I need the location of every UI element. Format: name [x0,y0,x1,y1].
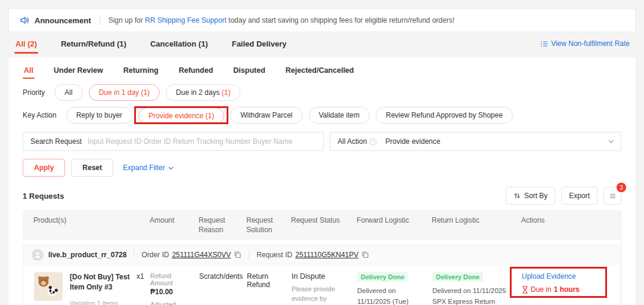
view-non-fulfilment-rate-link[interactable]: View Non-fulfilment Rate [540,39,630,48]
return-carrier: SPX Express Return Dropoff [432,297,516,305]
request-group: live.b_product_rr_0728 Order ID 251111G4… [23,245,621,305]
subtab-refunded[interactable]: Refunded [178,60,215,81]
key-action-reply-pill[interactable]: Reply to buyer [66,107,132,124]
view-rate-label: View Non-fulfilment Rate [551,39,630,48]
content-card: All Under Review Returning Refunded Disp… [8,57,636,305]
col-return-logistic: Return Logistic [432,215,521,235]
tab-return-refund[interactable]: Return/Refund (1) [60,33,128,54]
svg-text:?: ? [372,139,374,144]
pill-count: (1) [222,88,231,97]
sort-icon [513,192,521,199]
buyer-username[interactable]: live.b_product_rr_0728 [48,251,126,259]
amount-cell: Refund Amount ₱10.00 Adjusted Amount - ? [150,272,199,305]
sort-by-button[interactable]: Sort By [506,187,555,205]
col-request-solution: Request Solution [246,215,291,235]
reset-button[interactable]: Reset [71,159,113,177]
upload-evidence-link[interactable]: Upload Evidence [522,272,614,281]
subtab-under-review[interactable]: Under Review [52,60,104,81]
pill-count: (1) [205,112,214,120]
request-id-link[interactable]: 2511110G5KN41PV [295,251,358,259]
forward-logistic-cell: Delivery Done Delivered on 11/11/2025 (T… [357,272,432,305]
request-solution-cell: Return Refund [247,272,292,305]
provide-evidence-annotation-wrap: Provide evidence (1) [138,110,224,121]
announcement-text-after: today and start saving on shipping fees … [227,16,454,24]
returns-management-page: Announcement Sign up for RR Shipping Fee… [0,0,644,305]
copy-order-id-icon[interactable] [234,251,242,258]
col-products: Product(s) [23,215,150,235]
status-note: Please provide evidence by 11/12/2025. [292,285,351,305]
export-button[interactable]: Export [561,187,597,205]
toolbar-right: Sort By Export 3 [506,187,621,205]
request-row: [Do Not Buy] Test Item Only #3 x1 Variat… [23,264,620,305]
pill-label: Due in 2 days [176,88,222,97]
product-cell: [Do Not Buy] Test Item Only #3 x1 Variat… [23,272,150,305]
question-circle-icon: ? [369,138,377,146]
key-action-label: Key Action [23,111,57,119]
col-request-status: Request Status [291,215,357,235]
pill-label: Due in 1 day [99,88,141,97]
sort-by-label: Sort By [524,192,547,200]
pill-label: Provide evidence [148,112,205,120]
forward-delivered-date: Delivered on 11/11/2025 (Tue) [357,286,426,305]
tab-all[interactable]: All (2) [14,33,38,54]
forward-delivery-status-badge: Delivery Done [357,272,408,282]
copy-request-id-icon[interactable] [361,251,369,258]
list-icon [540,40,548,48]
all-action-select[interactable]: All Action ? Provide evidence [330,132,621,151]
expand-filter-label: Expand Filter [123,164,165,172]
priority-due-1-day-pill[interactable]: Due in 1 day (1) [89,84,160,101]
tab-cancellation[interactable]: Cancellation (1) [149,33,209,54]
table-header-row: Product(s) Amount Request Reason Request… [23,210,621,240]
return-delivered-date: Delivered on 11/11/2025 [432,286,516,296]
col-amount: Amount [150,215,199,235]
subtab-returning[interactable]: Returning [122,60,160,81]
request-status-cell: In Dispute Please provide evidence by 11… [292,272,357,305]
shipping-fee-support-link[interactable]: RR Shipping Fee Support [145,16,227,24]
status-value: In Dispute [292,272,351,281]
due-value: 1 hours [554,285,580,294]
status-tab-bar: All Under Review Returning Refunded Disp… [8,60,636,81]
key-action-provide-evidence-pill[interactable]: Provide evidence (1) [138,107,224,124]
key-action-review-refund-pill[interactable]: Review Refund Approved by Shopee [376,107,513,124]
tab-failed-delivery[interactable]: Failed Delivery [231,33,288,54]
hamburger-icon [609,192,617,200]
refund-amount-label: Refund Amount [150,272,193,286]
adjusted-amount-label: Adjusted Amount [150,301,193,305]
key-action-filter-row: Key Action Reply to buyer Provide eviden… [8,104,636,127]
refund-amount-value: ₱10.00 [150,288,193,296]
subtab-all[interactable]: All [23,60,35,81]
request-id-label: Request ID [256,251,292,259]
request-group-header: live.b_product_rr_0728 Order ID 251111G4… [23,245,620,264]
subtab-disputed[interactable]: Disputed [232,60,266,81]
all-action-value: Provide evidence [385,137,440,146]
priority-due-2-days-pill[interactable]: Due in 2 days (1) [166,84,240,101]
expand-filter-link[interactable]: Expand Filter [123,164,174,172]
product-image[interactable] [34,272,63,301]
announcement-text-before: Sign up for [109,16,145,24]
requests-table: Product(s) Amount Request Reason Request… [23,210,621,305]
subtab-rejected-cancelled[interactable]: Rejected/Cancelled [284,60,355,81]
requests-count: 1 Requests [23,192,64,201]
product-info: [Do Not Buy] Test Item Only #3 x1 Variat… [70,272,144,305]
search-request-input[interactable] [88,137,323,146]
filter-actions-row: Apply Reset Expand Filter [8,155,636,181]
return-delivery-status-badge: Delivery Done [432,272,483,282]
order-id-link[interactable]: 251111G44XS0VV [172,251,231,259]
priority-filter-row: Priority All Due in 1 day (1) Due in 2 d… [8,81,636,104]
apply-button[interactable]: Apply [23,159,65,177]
product-variation: Variation 1 items [70,300,144,305]
main-tab-bar: All (2) Return/Refund (1) Cancellation (… [8,32,636,55]
key-action-validate-item-pill[interactable]: Validate item [309,107,370,124]
announcement-label: Announcement [35,16,91,25]
key-action-withdraw-parcel-pill[interactable]: Withdraw Parcel [230,107,302,124]
product-name[interactable]: [Do Not Buy] Test Item Only #3 [70,272,131,291]
priority-all-pill[interactable]: All [54,84,82,101]
all-action-label: All Action [330,137,369,146]
divider [100,16,100,25]
due-time: Due in 1 hours [522,285,614,294]
chevron-down-icon [168,165,174,171]
divider [134,251,134,259]
list-toolbar: 1 Requests Sort By Export 3 [8,181,636,209]
announcement-text: Sign up for RR Shipping Fee Support toda… [109,16,454,24]
megaphone-icon [20,16,29,25]
